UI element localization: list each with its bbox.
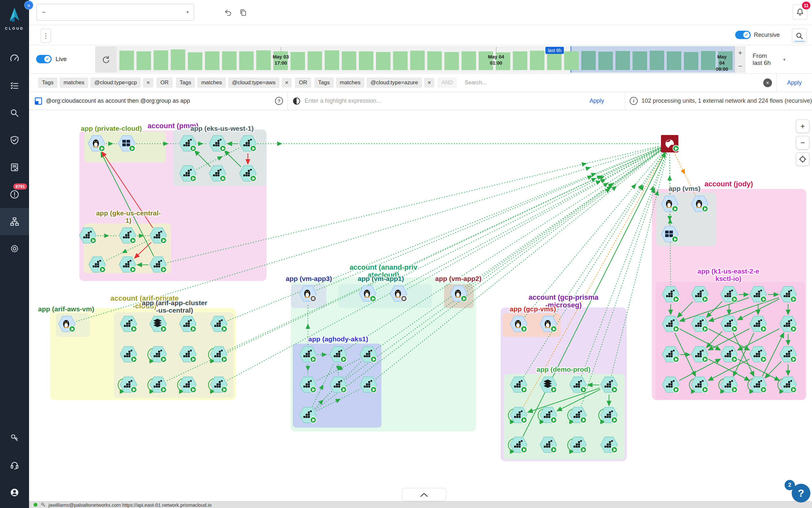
pod-node[interactable]	[599, 407, 619, 424]
linux-vm-node[interactable]	[539, 315, 558, 333]
bottom-panel-expand-button[interactable]	[402, 488, 446, 501]
linux-vm-node[interactable]	[449, 285, 468, 303]
linux-vm-node[interactable]	[298, 285, 318, 303]
sidebar-item-investigate[interactable]	[0, 99, 29, 127]
sidebar-item-settings[interactable]	[0, 235, 29, 262]
sidebar-item-profile[interactable]	[0, 479, 29, 506]
time-range-dropdown[interactable]: From last 6h ▾	[746, 46, 812, 73]
sidebar-item-support[interactable]	[0, 452, 29, 479]
remove-filter-icon[interactable]: ✕	[282, 78, 292, 87]
pod-node[interactable]	[359, 376, 378, 394]
pod-node[interactable]	[568, 376, 588, 394]
remove-filter-icon[interactable]: ✕	[143, 78, 153, 87]
sidebar-item-alerts[interactable]: 8791	[0, 181, 29, 208]
pod-node[interactable]	[209, 376, 229, 394]
pod-node[interactable]	[148, 227, 168, 245]
linux-vm-node[interactable]	[690, 196, 709, 213]
pod-node[interactable]	[661, 315, 680, 333]
windows-vm-node[interactable]	[660, 226, 679, 243]
pod-node[interactable]	[148, 346, 168, 363]
pod-node[interactable]	[78, 227, 97, 245]
pod-node[interactable]	[749, 376, 768, 394]
pod-node[interactable]	[329, 346, 348, 363]
canvas-zoom-out-button[interactable]: −	[796, 136, 809, 150]
pod-node[interactable]	[778, 315, 798, 333]
pod-node[interactable]	[178, 165, 197, 182]
storage-pod-node[interactable]	[539, 376, 558, 394]
pod-node[interactable]	[509, 436, 528, 454]
highlight-apply-button[interactable]: Apply	[590, 97, 604, 104]
graph-search-button[interactable]	[792, 29, 807, 43]
highlight-expression-input[interactable]: Enter a highlight expression...	[305, 97, 590, 104]
pod-node[interactable]	[209, 315, 229, 333]
filter-value[interactable]: @cloud:type=azure	[367, 78, 422, 88]
pod-node[interactable]	[298, 376, 318, 394]
notifications-button[interactable]: 11	[793, 4, 808, 19]
chevron-down-icon[interactable]: ▾	[187, 4, 193, 20]
help-circle-icon[interactable]: ?	[275, 97, 283, 105]
linux-vm-node[interactable]	[87, 135, 106, 153]
recursive-toggle[interactable]: ✓	[735, 31, 751, 39]
pod-node[interactable]	[118, 256, 137, 273]
grouping-expression[interactable]: @org:cloudaccount as account then @org:g…	[46, 97, 275, 104]
pod-node[interactable]	[661, 346, 680, 363]
sidebar-item-access-keys[interactable]	[0, 425, 29, 452]
pod-node[interactable]	[690, 376, 709, 394]
linux-vm-node[interactable]	[660, 196, 679, 213]
pod-node[interactable]	[778, 286, 798, 303]
pod-node[interactable]	[778, 346, 798, 363]
pod-node[interactable]	[238, 135, 257, 153]
sidebar-item-dashboard[interactable]	[0, 45, 29, 72]
windows-vm-node[interactable]	[117, 135, 137, 153]
pod-node[interactable]	[118, 227, 137, 245]
pod-node[interactable]	[178, 376, 197, 394]
pod-node[interactable]	[209, 346, 229, 363]
pod-node[interactable]	[599, 436, 619, 454]
copy-icon[interactable]	[239, 8, 247, 17]
pod-node[interactable]	[178, 315, 197, 333]
timeline-histogram[interactable]: last 6h May 03 17:00May 04 01:00May 04 0…	[95, 46, 734, 73]
undo-icon[interactable]	[224, 8, 232, 17]
pod-node[interactable]	[178, 135, 197, 153]
pod-node[interactable]	[719, 286, 739, 303]
filter-apply-button[interactable]: Apply	[777, 79, 812, 86]
pod-node[interactable]	[148, 376, 168, 394]
linux-vm-node[interactable]	[509, 315, 528, 333]
storage-pod-node[interactable]	[148, 315, 168, 333]
sidebar-item-compliance[interactable]	[0, 127, 29, 154]
timeline-zoom-in-button[interactable]: +	[735, 46, 746, 59]
pod-node[interactable]	[661, 286, 680, 303]
pod-node[interactable]	[298, 407, 318, 424]
pod-node[interactable]	[749, 346, 768, 363]
pod-node[interactable]	[778, 376, 798, 394]
pod-node[interactable]	[119, 346, 138, 363]
pod-node[interactable]	[88, 256, 107, 273]
pod-node[interactable]	[719, 315, 739, 333]
pod-node[interactable]	[298, 346, 318, 363]
sidebar-item-reports[interactable]	[0, 154, 29, 181]
clear-filters-icon[interactable]: ✕	[763, 79, 772, 87]
pod-node[interactable]	[148, 256, 168, 273]
pod-node[interactable]	[178, 346, 197, 363]
more-options-button[interactable]: ⋮	[41, 29, 51, 43]
filter-joiner[interactable]: OR	[295, 78, 311, 88]
pod-node[interactable]	[359, 346, 378, 363]
pod-node[interactable]	[119, 376, 138, 394]
pod-node[interactable]	[719, 346, 739, 363]
pod-node[interactable]	[539, 436, 558, 454]
remove-filter-icon[interactable]: ✕	[424, 78, 434, 87]
filter-field[interactable]: Tags	[38, 78, 57, 88]
filter-operator[interactable]: matches	[197, 78, 226, 88]
linux-vm-node[interactable]	[57, 315, 77, 333]
canvas-zoom-in-button[interactable]: +	[796, 120, 809, 133]
pod-node[interactable]	[509, 407, 528, 424]
pod-node[interactable]	[568, 407, 588, 424]
live-toggle[interactable]: ✓	[36, 55, 52, 63]
pod-node[interactable]	[208, 135, 227, 153]
pod-node[interactable]	[690, 286, 709, 303]
pod-node[interactable]	[690, 346, 709, 363]
timeline-zoom-out-button[interactable]: −	[735, 59, 746, 73]
pod-node[interactable]	[749, 286, 768, 303]
pod-node[interactable]	[539, 407, 558, 424]
filter-field[interactable]: Tags	[314, 78, 334, 88]
